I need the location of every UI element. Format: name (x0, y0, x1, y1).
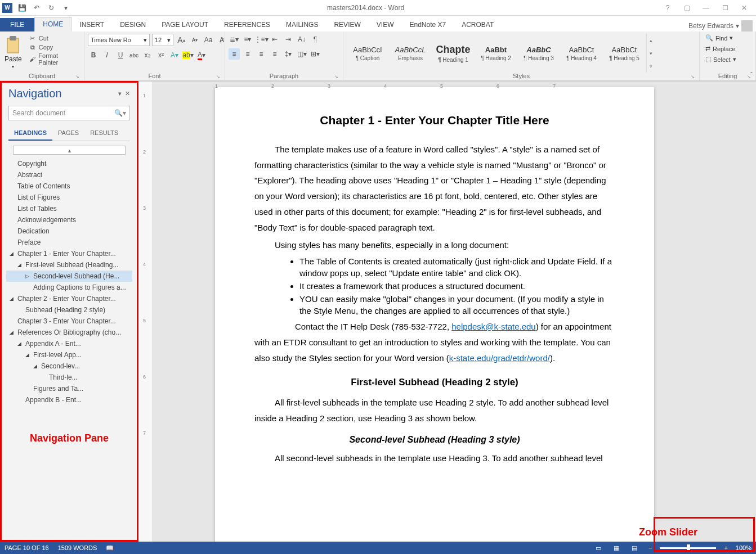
nav-heading-item[interactable]: ◢First-level Subhead (Heading... (6, 259, 132, 271)
word-count[interactable]: 1509 WORDS (58, 544, 97, 551)
document-page[interactable]: Chapter 1 - Enter Your Chapter Title Her… (215, 87, 654, 554)
decrease-indent-button[interactable]: ⇤ (269, 34, 280, 45)
multilevel-button[interactable]: ⋮≡▾ (256, 34, 267, 45)
gallery-scroll-button[interactable]: ▴ (647, 35, 655, 46)
subscript-button[interactable]: x₂ (142, 49, 153, 61)
borders-button[interactable]: ⊞▾ (310, 48, 321, 60)
style-item[interactable]: AaBbC¶ Heading 3 (518, 34, 560, 73)
tab-review[interactable]: REVIEW (326, 18, 368, 31)
select-button[interactable]: ⬚Select▾ (703, 55, 739, 64)
print-layout-button[interactable]: ▦ (610, 543, 623, 553)
nav-heading-item[interactable]: ◢Appendix A - Ent... (6, 338, 132, 349)
qat-undo-button[interactable]: ↶ (32, 3, 42, 13)
helpdesk-email-link[interactable]: helpdesk@k-state.edu (451, 322, 535, 331)
show-marks-button[interactable]: ¶ (310, 34, 321, 45)
font-color-button[interactable]: A▾ (196, 49, 207, 61)
cut-button[interactable]: ✂Cut (26, 34, 80, 43)
gallery-scroll-button[interactable]: ▾ (647, 48, 655, 58)
shrink-font-button[interactable]: A▾ (189, 34, 200, 46)
nav-heading-item[interactable]: ◢Chapter 2 - Enter Your Chapter... (6, 293, 132, 304)
paste-button[interactable]: Paste ▾ (3, 34, 23, 70)
style-item[interactable]: AaBbCt¶ Heading 5 (603, 34, 645, 73)
copy-button[interactable]: ⧉Copy (26, 43, 80, 52)
nav-heading-item[interactable]: Subhead (Heading 2 style) (6, 304, 132, 316)
tab-page-layout[interactable]: PAGE LAYOUT (154, 18, 216, 31)
maximize-button[interactable]: ☐ (718, 2, 732, 14)
nav-heading-item[interactable]: ◢First-level App... (6, 349, 132, 361)
vertical-ruler[interactable]: 1234567 (138, 82, 153, 554)
shading-button[interactable]: ◫▾ (296, 48, 307, 60)
etdr-link[interactable]: k-state.edu/grad/etdr/word/ (449, 353, 550, 363)
tab-insert[interactable]: INSERT (71, 18, 112, 31)
strike-button[interactable]: abc (128, 49, 140, 61)
format-painter-button[interactable]: 🖌Format Painter (26, 52, 80, 66)
nav-heading-item[interactable]: Acknowledgements (6, 214, 132, 226)
qat-redo-button[interactable]: ↻ (46, 3, 56, 13)
nav-heading-item[interactable]: Dedication (6, 226, 132, 237)
nav-heading-item[interactable]: Third-le... (6, 372, 132, 383)
highlight-button[interactable]: ab▾ (182, 49, 194, 61)
nav-heading-item[interactable]: Copyright (6, 158, 132, 169)
close-button[interactable]: ✕ (737, 2, 751, 14)
horizontal-ruler[interactable]: 1234567 (153, 81, 756, 82)
tab-view[interactable]: VIEW (369, 18, 402, 31)
qat-save-button[interactable]: 💾 (17, 3, 27, 13)
minimize-button[interactable]: — (699, 2, 713, 14)
file-tab[interactable]: FILE (0, 18, 34, 31)
nav-tab-headings[interactable]: HEADINGS (8, 126, 52, 141)
nav-heading-item[interactable]: Abstract (6, 169, 132, 181)
nav-heading-item[interactable]: Preface (6, 237, 132, 248)
nav-search-input[interactable]: Search document 🔍▾ (8, 106, 130, 120)
style-item[interactable]: AaBbCt¶ Heading 4 (561, 34, 602, 73)
nav-collapse-all-button[interactable]: ▴ (13, 146, 126, 155)
replace-button[interactable]: ⇄Replace (703, 44, 739, 53)
nav-heading-item[interactable]: ▷Second-level Subhead (He... (6, 271, 132, 282)
read-mode-button[interactable]: ▭ (592, 543, 605, 553)
bullets-button[interactable]: ≣▾ (229, 34, 240, 45)
align-right-button[interactable]: ≡ (256, 48, 267, 60)
nav-heading-item[interactable]: ◢References Or Bibliography (cho... (6, 327, 132, 338)
style-item[interactable]: AaBbCcI¶ Caption (347, 34, 388, 73)
sort-button[interactable]: A↓ (296, 34, 307, 45)
nav-heading-item[interactable]: List of Tables (6, 203, 132, 214)
style-item[interactable]: Chapte¶ Heading 1 (432, 34, 474, 73)
nav-heading-item[interactable]: Chapter 3 - Enter Your Chapter... (6, 316, 132, 327)
nav-heading-item[interactable]: Figures and Ta... (6, 383, 132, 394)
line-spacing-button[interactable]: ‡▾ (283, 48, 294, 60)
web-layout-button[interactable]: ▤ (628, 543, 641, 553)
italic-button[interactable]: I (101, 49, 113, 61)
grow-font-button[interactable]: A▴ (176, 34, 187, 46)
align-left-button[interactable]: ≡ (229, 48, 240, 60)
proofing-button[interactable]: 📖 (106, 544, 114, 552)
tab-design[interactable]: DESIGN (112, 18, 154, 31)
nav-heading-item[interactable]: Adding Captions to Figures a... (6, 282, 132, 293)
nav-close-button[interactable]: ✕ (125, 90, 130, 97)
style-item[interactable]: AaBbCcLEmphasis (390, 34, 431, 73)
nav-tab-results[interactable]: RESULTS (84, 126, 124, 141)
numbering-button[interactable]: ≡▾ (242, 34, 253, 45)
nav-heading-item[interactable]: List of Figures (6, 192, 132, 203)
justify-button[interactable]: ≡ (269, 48, 280, 60)
change-case-button[interactable]: Aa (203, 34, 214, 46)
gallery-scroll-button[interactable]: ▿ (647, 61, 655, 71)
font-size-combo[interactable]: 12▾ (152, 34, 173, 46)
find-button[interactable]: 🔍Find▾ (703, 34, 739, 42)
collapse-ribbon-button[interactable]: ˆ (750, 71, 753, 79)
nav-options-button[interactable]: ▾ (118, 90, 122, 97)
tab-references[interactable]: REFERENCES (216, 18, 278, 31)
user-name[interactable]: Betsy Edwards (688, 22, 733, 30)
style-item[interactable]: AaBbt¶ Heading 2 (475, 34, 517, 73)
nav-heading-item[interactable]: ◢Chapter 1 - Enter Your Chapter... (6, 248, 132, 259)
nav-heading-item[interactable]: Table of Contents (6, 181, 132, 192)
align-center-button[interactable]: ≡ (242, 48, 253, 60)
superscript-button[interactable]: x² (155, 49, 167, 61)
underline-button[interactable]: U (115, 49, 126, 61)
text-effects-button[interactable]: A▾ (169, 49, 180, 61)
increase-indent-button[interactable]: ⇥ (283, 34, 294, 45)
tab-acrobat[interactable]: ACROBAT (454, 18, 502, 31)
nav-tab-pages[interactable]: PAGES (52, 126, 84, 141)
bold-button[interactable]: B (88, 49, 99, 61)
tab-endnote[interactable]: EndNote X7 (401, 18, 454, 31)
help-button[interactable]: ? (660, 2, 675, 14)
ribbon-options-button[interactable]: ▢ (679, 2, 694, 14)
